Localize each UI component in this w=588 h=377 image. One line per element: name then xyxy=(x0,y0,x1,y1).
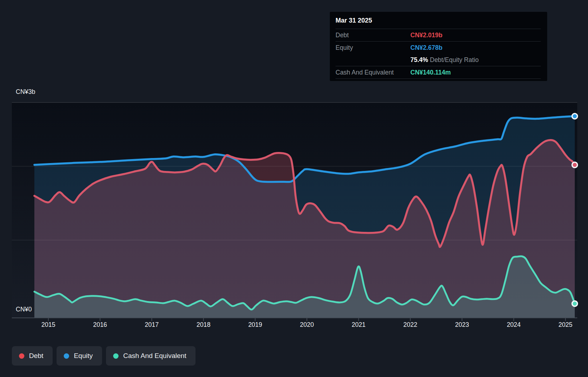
x-tick-label-2024: 2024 xyxy=(507,321,521,328)
x-tick-label-2019: 2019 xyxy=(248,321,262,328)
x-tick-label-2018: 2018 xyxy=(197,321,211,328)
legend-equity-label: Equity xyxy=(74,352,93,360)
y-axis-label-zero: CN¥0 xyxy=(16,306,32,313)
y-axis-label-top: CN¥3b xyxy=(16,88,35,95)
x-tick-label-2023: 2023 xyxy=(455,321,469,328)
tooltip-ratio-label: Debt/Equity Ratio xyxy=(430,56,479,63)
tooltip-row-equity: Equity CN¥2.678b xyxy=(336,42,541,54)
debt-legend-dot-icon xyxy=(19,353,24,359)
equity-legend-dot-icon xyxy=(64,353,69,359)
legend-item-equity[interactable]: Equity xyxy=(57,346,102,366)
x-tick-label-2025: 2025 xyxy=(559,321,573,328)
tooltip-cash-value: CN¥140.114m xyxy=(410,69,541,76)
legend-item-debt[interactable]: Debt xyxy=(12,346,53,366)
page: { "tooltip": { "date": "Mar 31 2025", "d… xyxy=(0,0,588,377)
tooltip-row-debt: Debt CN¥2.019b xyxy=(336,29,541,42)
legend-debt-label: Debt xyxy=(29,352,43,360)
legend-cash-label: Cash And Equivalent xyxy=(123,352,186,360)
tooltip-debt-value: CN¥2.019b xyxy=(410,32,541,39)
debt-end-dot xyxy=(572,162,578,168)
equity-end-dot xyxy=(572,114,578,119)
tooltip-ratio-value: 75.4% xyxy=(410,56,428,63)
x-tick-label-2017: 2017 xyxy=(145,321,159,328)
tooltip-ratio: 75.4% Debt/Equity Ratio xyxy=(410,56,541,64)
tooltip-row-ratio: 75.4% Debt/Equity Ratio xyxy=(336,54,541,66)
x-tick-label-2021: 2021 xyxy=(352,321,366,328)
x-tick-label-2015: 2015 xyxy=(42,321,56,328)
x-tick-label-2022: 2022 xyxy=(403,321,417,328)
x-tick-label-2020: 2020 xyxy=(300,321,314,328)
legend-item-cash[interactable]: Cash And Equivalent xyxy=(106,346,196,366)
tooltip-row-cash: Cash And Equivalent CN¥140.114m xyxy=(336,66,541,79)
chart-tooltip: Mar 31 2025 Debt CN¥2.019b Equity CN¥2.6… xyxy=(330,12,547,81)
tooltip-cash-label: Cash And Equivalent xyxy=(336,69,410,76)
chart-legend: Debt Equity Cash And Equivalent xyxy=(12,346,196,366)
tooltip-date: Mar 31 2025 xyxy=(336,12,541,29)
x-tick-label-2016: 2016 xyxy=(93,321,107,328)
cash-legend-dot-icon xyxy=(113,353,119,359)
cash-and-equivalent-end-dot xyxy=(572,301,578,306)
tooltip-equity-label: Equity xyxy=(336,44,410,52)
tooltip-debt-label: Debt xyxy=(336,32,410,39)
tooltip-equity-value: CN¥2.678b xyxy=(410,44,541,52)
